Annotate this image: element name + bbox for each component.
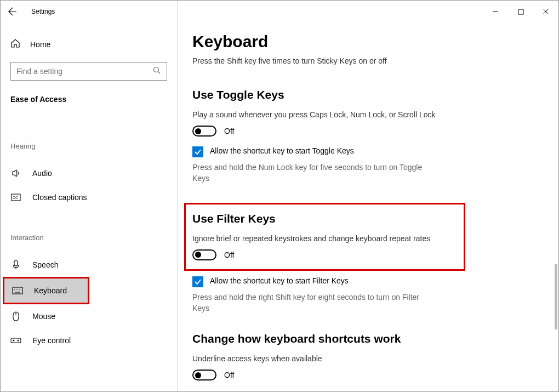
window-title: Settings (31, 8, 55, 15)
toggle-keys-shortcut-checkbox[interactable] (192, 146, 203, 157)
sidebar-item-label: Mouse (32, 312, 55, 321)
home-link[interactable]: Home (10, 33, 167, 55)
filter-keys-state: Off (224, 251, 234, 259)
home-icon (10, 38, 20, 50)
sidebar-item-eye-control[interactable]: Eye control (10, 328, 167, 353)
highlight-keyboard: Keyboard (3, 277, 89, 304)
toggle-keys-desc: Play a sound whenever you press Caps Loc… (192, 110, 542, 119)
svg-text:CC: CC (13, 196, 18, 200)
toggle-keys-check-label: Allow the shortcut key to start Toggle K… (210, 146, 354, 155)
shortcuts-heading: Change how keyboard shortcuts work (192, 332, 542, 345)
sidebar-item-label: Eye control (32, 336, 71, 345)
home-label: Home (30, 40, 50, 49)
svg-point-16 (13, 340, 15, 342)
scrollbar-thumb[interactable] (555, 264, 557, 329)
svg-point-17 (18, 340, 19, 342)
search-box[interactable] (10, 62, 167, 81)
sidebar-item-speech[interactable]: Speech (10, 253, 167, 277)
svg-rect-6 (14, 260, 18, 266)
check-icon (194, 278, 202, 286)
search-input[interactable] (16, 67, 153, 76)
sidebar-item-label: Keyboard (34, 286, 67, 295)
eye-control-icon (10, 337, 21, 344)
closed-captions-icon: CC (10, 194, 21, 201)
page-subtitle: Press the Shift key five times to turn S… (192, 56, 542, 65)
underline-keys-switch[interactable] (192, 370, 216, 380)
back-button[interactable] (1, 1, 25, 22)
check-icon (194, 148, 202, 156)
sidebar-item-label: Speech (32, 260, 58, 269)
group-label-hearing: Hearing (10, 142, 167, 150)
filter-keys-highlight: Use Filter Keys Ignore brief or repeated… (184, 203, 465, 271)
filter-keys-heading: Use Filter Keys (192, 212, 457, 225)
shortcuts-desc: Underline access keys when available (192, 354, 542, 363)
sidebar-item-label: Closed captions (32, 193, 87, 202)
audio-icon (10, 168, 21, 178)
page-title: Keyboard (192, 32, 542, 51)
svg-point-2 (154, 67, 159, 72)
arrow-left-icon (8, 7, 17, 16)
shortcuts-section: Change how keyboard shortcuts work Under… (192, 332, 542, 380)
maximize-icon (518, 9, 524, 15)
filter-keys-shortcut-checkbox[interactable] (192, 276, 203, 287)
sidebar-item-closed-captions[interactable]: CC Closed captions (10, 185, 167, 209)
filter-keys-switch[interactable] (192, 249, 216, 260)
mouse-icon (10, 311, 21, 321)
window-controls (483, 3, 558, 20)
main-content: Keyboard Press the Shift key five times … (177, 22, 558, 391)
sidebar-item-label: Audio (32, 169, 52, 178)
minimize-button[interactable] (483, 3, 508, 20)
toggle-keys-state: Off (224, 127, 234, 135)
svg-rect-7 (13, 287, 22, 294)
close-icon (543, 8, 549, 15)
toggle-keys-section: Use Toggle Keys Play a sound whenever yo… (192, 88, 542, 184)
toggle-keys-switch[interactable] (192, 126, 216, 137)
filter-keys-desc: Ignore brief or repeated keystrokes and … (192, 234, 457, 243)
toggle-knob (195, 252, 201, 258)
sidebar: Home Ease of Access Hearing Audio CC Clo… (1, 22, 177, 391)
minimize-icon (492, 8, 499, 15)
maximize-button[interactable] (508, 3, 533, 20)
svg-rect-1 (518, 9, 523, 14)
filter-keys-check-desc: Press and hold the right Shift key for e… (192, 292, 428, 314)
keyboard-icon (12, 287, 23, 294)
sidebar-item-mouse[interactable]: Mouse (10, 304, 167, 328)
toggle-knob (195, 128, 201, 134)
svg-line-3 (158, 71, 161, 73)
toggle-keys-check-desc: Press and hold the Num Lock key for five… (192, 162, 428, 184)
underline-keys-state: Off (224, 371, 234, 379)
close-button[interactable] (533, 3, 558, 20)
speech-icon (10, 260, 21, 270)
toggle-keys-heading: Use Toggle Keys (192, 88, 542, 101)
group-label-interaction: Interaction (10, 234, 167, 242)
sidebar-item-audio[interactable]: Audio (10, 161, 167, 185)
svg-rect-15 (11, 338, 21, 343)
filter-keys-check-label: Allow the shortcut key to start Filter K… (210, 276, 349, 285)
sidebar-item-keyboard[interactable]: Keyboard (4, 279, 88, 303)
search-icon (153, 66, 161, 77)
toggle-knob (195, 372, 201, 378)
category-title: Ease of Access (10, 95, 167, 104)
titlebar: Settings (1, 1, 558, 22)
